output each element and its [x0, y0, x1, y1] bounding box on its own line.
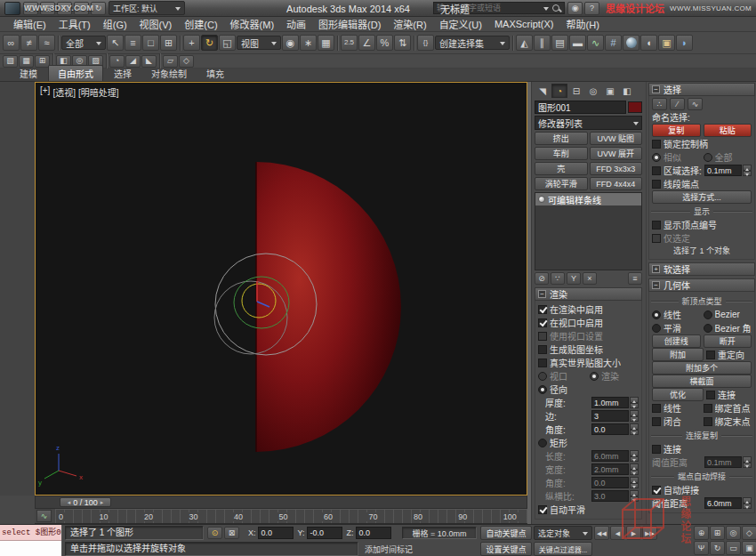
z-coordinate-field[interactable]: 0.0 [356, 527, 391, 539]
render-production-icon[interactable]: ◗ [676, 35, 693, 51]
ribbon-toggle-icon[interactable]: ▬ [569, 35, 586, 51]
selection-lock-icon[interactable]: ⊠ [224, 527, 239, 539]
display-panel-icon[interactable]: ▣ [602, 84, 618, 98]
application-menu-icon[interactable] [4, 2, 20, 15]
key-selection-set-dropdown[interactable]: 选定对象 [534, 526, 592, 540]
menu-item-10[interactable]: MAXScript(X) [488, 18, 560, 30]
show-vertex-numbers-checkbox[interactable] [652, 221, 661, 230]
width-field[interactable]: 2.0mm [591, 463, 629, 475]
use-viewport-settings-checkbox[interactable] [538, 332, 547, 341]
refine-button[interactable]: 优化 [652, 388, 704, 401]
menu-item-6[interactable]: 动画 [280, 16, 312, 32]
menu-item-8[interactable]: 渲染(R) [387, 16, 432, 32]
create-line-button[interactable]: 创建线 [652, 334, 701, 348]
menu-item-9[interactable]: 自定义(U) [433, 16, 488, 32]
key-filters-button[interactable]: 关键点过滤器... [534, 542, 592, 556]
schematic-view-icon[interactable]: # [605, 35, 622, 51]
open-file-icon[interactable]: ◳ [40, 2, 55, 15]
area-selection-checkbox[interactable] [652, 166, 661, 175]
zoom-icon[interactable]: ⊕ [694, 526, 709, 540]
new-vertex-linear-b-radio[interactable] [704, 310, 712, 319]
undo-icon[interactable]: ↺ [74, 2, 89, 15]
window-crossing-icon[interactable]: ⊞ [160, 35, 177, 51]
play-animation-icon[interactable]: ▶ [626, 526, 641, 540]
snap-toggle-25-icon[interactable]: 2.5 [341, 35, 358, 51]
segment-end-checkbox[interactable] [652, 180, 661, 189]
infocenter-icon[interactable]: ◉ [567, 2, 583, 15]
listener-line[interactable] [0, 541, 61, 556]
cross-section-button[interactable]: 横截面 [652, 375, 752, 388]
make-unique-icon[interactable]: Y [567, 272, 581, 285]
select-rotate-icon[interactable]: ↻ [201, 35, 218, 51]
zoom-extents-icon[interactable]: ◎ [726, 526, 741, 540]
lock-type-a-radio[interactable] [652, 153, 661, 162]
thickness-field[interactable]: 1.0mm [591, 397, 629, 408]
menu-item-7[interactable]: 图形编辑器(D) [312, 16, 387, 32]
new-vertex-smooth-a-radio[interactable] [652, 324, 661, 333]
vertex-mode-icon[interactable]: ∴ [652, 98, 667, 110]
spin-down-icon[interactable] [743, 504, 752, 510]
weld-threshold-spinner[interactable] [743, 497, 752, 509]
search-input[interactable] [437, 4, 541, 12]
segment-mode-icon[interactable]: ∕ [670, 98, 685, 110]
selected-only-checkbox[interactable] [652, 234, 661, 243]
named-selection-dropdown[interactable]: 创建选择集 [435, 36, 510, 50]
auto-weld-checkbox[interactable] [652, 486, 661, 495]
rollout-selection-header[interactable]: −选择 [648, 83, 755, 96]
motion-panel-icon[interactable]: ◎ [585, 84, 601, 98]
unlink-selection-icon[interactable]: ≠ [20, 35, 37, 51]
keyboard-override-icon[interactable]: ▦ [318, 35, 334, 51]
menu-item-0[interactable]: 编辑(E) [7, 16, 52, 32]
rollout-toggle-icon[interactable]: − [652, 281, 660, 289]
rollout-soft-selection-header[interactable]: +软选择 [648, 262, 755, 276]
copy-named-selection-button[interactable]: 复制 [652, 124, 701, 137]
select-move-icon[interactable]: + [183, 35, 200, 51]
new-vertex-linear-a-radio[interactable] [652, 310, 661, 319]
paste-named-selection-button[interactable]: 粘贴 [704, 124, 752, 137]
perspective-viewport[interactable]: [+] [透视] [明暗处理] [35, 82, 527, 496]
spin-down-icon[interactable] [630, 470, 639, 476]
width-spinner[interactable] [630, 463, 639, 475]
generate-mapping-coords-checkbox[interactable] [538, 345, 547, 354]
add-time-tag[interactable]: 添加时间标记 [365, 544, 413, 555]
length-field[interactable]: 6.0mm [591, 450, 629, 462]
mirror-icon[interactable]: ◭ [516, 35, 533, 51]
modifier-stack[interactable]: 可编辑样条线 [535, 192, 642, 270]
aspect-field[interactable]: 3.0 [591, 490, 629, 502]
next-frame-icon[interactable]: ▶▶ [642, 526, 657, 540]
rectangular-region-icon[interactable]: □ [142, 35, 159, 51]
bind-to-spacewarp-icon[interactable]: ≈ [38, 35, 55, 51]
aspect-spinner[interactable] [630, 490, 639, 502]
select-and-link-icon[interactable]: ∞ [3, 35, 20, 51]
mini-curve-editor-icon[interactable]: ∿ [36, 510, 52, 522]
turbosmooth-button[interactable]: 涡轮平滑 [535, 177, 588, 190]
modifier-list-dropdown[interactable]: 修改器列表 [535, 116, 642, 130]
menu-item-3[interactable]: 视图(V) [133, 16, 179, 32]
viewport-render-mode-a-radio[interactable] [538, 372, 547, 381]
x-coordinate-field[interactable]: 0.0 [258, 527, 294, 539]
rollout-toggle-icon[interactable]: − [652, 85, 660, 93]
reference-coordinate-dropdown[interactable]: 视图 [237, 36, 281, 50]
align-icon[interactable]: ∥ [534, 35, 551, 51]
object-color-swatch[interactable] [628, 101, 642, 113]
area-selection-spinner[interactable] [743, 165, 752, 176]
connect-threshold-spinner[interactable] [743, 456, 752, 468]
angle-2-spinner[interactable] [630, 477, 639, 488]
track-bar[interactable]: ∿ 0102030405060708090100 [35, 509, 527, 524]
shell-button[interactable]: 壳 [535, 162, 588, 175]
ffd-3x3x3-button[interactable]: FFD 3x3x3 [590, 162, 643, 175]
viewport-menu-shading[interactable]: [明暗处理] [78, 85, 119, 99]
spin-down-icon[interactable] [630, 430, 639, 436]
macro-recorder-line[interactable]: select $图形001 [0, 525, 61, 541]
attach-button[interactable]: 附加 [652, 348, 704, 361]
ribbon-tab-2[interactable]: 选择 [105, 66, 141, 81]
spinner-snap-icon[interactable]: ⇅ [394, 35, 411, 51]
render-setup-icon[interactable]: ◖ [640, 35, 657, 51]
time-slider[interactable]: ◂ 0 / 100 ▸ [35, 496, 527, 509]
menu-item-2[interactable]: 组(G) [97, 16, 133, 32]
fov-icon[interactable]: ◇ [742, 526, 756, 540]
command-panel-scrollbar[interactable] [527, 82, 532, 524]
help-icon[interactable]: ? [584, 2, 599, 15]
weld-threshold-field[interactable]: 6.0mm [704, 497, 742, 509]
use-pivot-center-icon[interactable]: ◉ [282, 35, 299, 51]
